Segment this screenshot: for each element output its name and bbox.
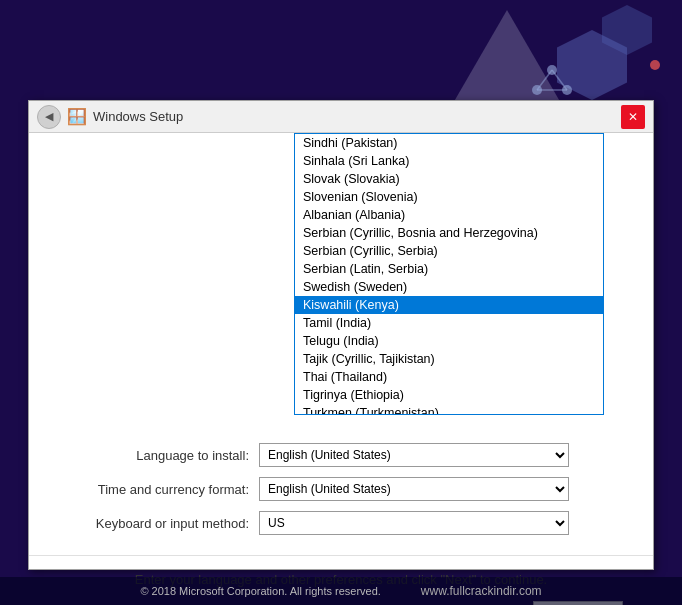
title-bar-left: ◀ 🪟 Windows Setup — [37, 105, 183, 129]
form-rows: Language to install: English (United Sta… — [59, 443, 623, 545]
bg-hexagon — [557, 30, 627, 100]
language-item[interactable]: Swedish (Sweden) — [295, 278, 603, 296]
back-button[interactable]: ◀ — [37, 105, 61, 129]
dialog-title: Windows Setup — [93, 109, 183, 124]
time-label: Time and currency format: — [59, 482, 259, 497]
language-list[interactable]: Sindhi (Pakistan)Sinhala (Sri Lanka)Slov… — [295, 134, 603, 414]
bg-triangle — [452, 10, 562, 105]
svg-point-0 — [547, 65, 557, 75]
language-item[interactable]: Telugu (India) — [295, 332, 603, 350]
svg-point-1 — [532, 85, 542, 95]
copyright-bar: © 2018 Microsoft Corporation. All rights… — [0, 577, 682, 605]
time-row: Time and currency format: English (Unite… — [59, 477, 623, 501]
title-bar: ◀ 🪟 Windows Setup ✕ — [29, 101, 653, 133]
language-item[interactable]: Tamil (India) — [295, 314, 603, 332]
language-item[interactable]: Turkmen (Turkmenistan) — [295, 404, 603, 414]
keyboard-select[interactable]: US — [259, 511, 569, 535]
windows-setup-dialog: ◀ 🪟 Windows Setup ✕ Sindhi (Pakistan)Sin… — [28, 100, 654, 570]
language-item[interactable]: Tigrinya (Ethiopia) — [295, 386, 603, 404]
svg-line-4 — [552, 70, 567, 90]
language-item[interactable]: Serbian (Cyrillic, Serbia) — [295, 242, 603, 260]
language-item[interactable]: Slovak (Slovakia) — [295, 170, 603, 188]
svg-line-3 — [537, 70, 552, 90]
language-list-dropdown[interactable]: Sindhi (Pakistan)Sinhala (Sri Lanka)Slov… — [294, 133, 604, 415]
bg-dot — [650, 60, 660, 70]
copyright-text: © 2018 Microsoft Corporation. All rights… — [140, 585, 380, 597]
form-area: Sindhi (Pakistan)Sinhala (Sri Lanka)Slov… — [29, 133, 653, 555]
language-item[interactable]: Kiswahili (Kenya) — [295, 296, 603, 314]
dialog-content: Sindhi (Pakistan)Sinhala (Sri Lanka)Slov… — [29, 133, 653, 569]
language-item[interactable]: Thai (Thailand) — [295, 368, 603, 386]
svg-point-2 — [562, 85, 572, 95]
bg-hexagon-small — [602, 5, 652, 55]
time-select[interactable]: English (United States) — [259, 477, 569, 501]
windows-logo-icon: 🪟 — [67, 107, 87, 126]
language-row: Language to install: English (United Sta… — [59, 443, 623, 467]
language-item[interactable]: Albanian (Albania) — [295, 206, 603, 224]
close-button[interactable]: ✕ — [621, 105, 645, 129]
watermark-text: www.fullcrackindir.com — [421, 584, 542, 598]
language-item[interactable]: Serbian (Cyrillic, Bosnia and Herzegovin… — [295, 224, 603, 242]
language-item[interactable]: Serbian (Latin, Serbia) — [295, 260, 603, 278]
language-select[interactable]: English (United States) — [259, 443, 569, 467]
language-item[interactable]: Sindhi (Pakistan) — [295, 134, 603, 152]
keyboard-label: Keyboard or input method: — [59, 516, 259, 531]
keyboard-row: Keyboard or input method: US — [59, 511, 623, 535]
language-item[interactable]: Tajik (Cyrillic, Tajikistan) — [295, 350, 603, 368]
language-item[interactable]: Slovenian (Slovenia) — [295, 188, 603, 206]
language-label: Language to install: — [59, 448, 259, 463]
language-item[interactable]: Sinhala (Sri Lanka) — [295, 152, 603, 170]
